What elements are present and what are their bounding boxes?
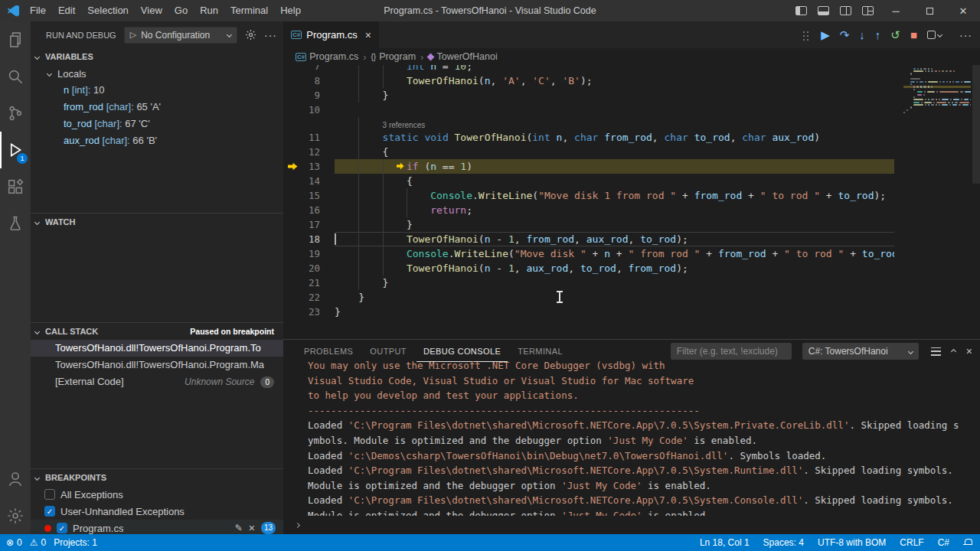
breakpoint-row[interactable]: ✓Program.cs✎×13	[31, 520, 283, 534]
remove-breakpoint-icon[interactable]: ×	[249, 523, 255, 533]
glyph-margin[interactable]	[283, 117, 300, 130]
glyph-margin[interactable]	[283, 103, 300, 117]
watch-pane-header[interactable]: WATCH	[31, 214, 283, 230]
toggle-panel-icon[interactable]	[818, 6, 829, 15]
close-icon[interactable]: ×	[365, 29, 371, 41]
glyph-margin[interactable]	[283, 159, 300, 174]
code-line[interactable]: 7int n = 10;	[283, 65, 980, 73]
glyph-margin[interactable]	[283, 217, 300, 232]
source-control-icon[interactable]	[0, 95, 31, 132]
debug-console-input[interactable]	[283, 516, 980, 534]
problems-warnings[interactable]: ⚠0	[30, 537, 46, 548]
code-line[interactable]: 23}	[283, 305, 980, 319]
menu-run[interactable]: Run	[194, 0, 224, 21]
step-into-icon[interactable]: ↓	[859, 28, 865, 41]
code-line[interactable]: 12{	[283, 145, 980, 159]
glyph-margin[interactable]	[283, 261, 300, 276]
checkbox[interactable]: ✓	[57, 523, 67, 533]
checkbox[interactable]	[44, 489, 55, 500]
glyph-margin[interactable]	[283, 88, 300, 103]
toggle-secondary-sidebar-icon[interactable]	[840, 6, 851, 15]
settings-icon[interactable]	[0, 497, 31, 534]
step-over-icon[interactable]: ↷	[840, 28, 850, 42]
edit-breakpoint-icon[interactable]: ✎	[235, 523, 243, 533]
customize-layout-icon[interactable]	[862, 6, 874, 15]
menu-help[interactable]: Help	[274, 0, 307, 21]
code-line[interactable]: 14{	[283, 174, 980, 188]
editor-run-menu-icon[interactable]	[927, 31, 942, 39]
notifications-bell[interactable]	[963, 537, 972, 548]
debug-config-dropdown[interactable]: ▷ No Configuration	[124, 27, 237, 44]
indentation[interactable]: Spaces: 4	[763, 537, 804, 548]
variable-row[interactable]: from_rod [char]: 65 'A'	[31, 99, 283, 116]
variable-row[interactable]: to_rod [char]: 67 'C'	[31, 116, 283, 132]
code-line[interactable]: 22}	[283, 290, 980, 305]
variables-pane-header[interactable]: VARIABLES	[31, 48, 283, 65]
glyph-margin[interactable]	[283, 276, 300, 290]
code-line[interactable]: 3 references	[283, 117, 980, 130]
console-options-icon[interactable]	[931, 347, 941, 356]
more-actions-icon[interactable]: ···	[264, 29, 277, 41]
minimize-button[interactable]: ─	[879, 0, 913, 21]
breakpoint-row[interactable]: All Exceptions	[31, 486, 283, 503]
search-icon[interactable]	[0, 58, 31, 95]
glyph-margin[interactable]	[283, 73, 300, 88]
code-line[interactable]: 8TowerOfHanoi(n, 'A', 'C', 'B');	[283, 73, 980, 88]
breakpoints-pane-header[interactable]: BREAKPOINTS	[31, 469, 283, 486]
start-debugging-icon[interactable]: ▷	[130, 30, 136, 40]
code-line[interactable]: 13if (n == 1)	[283, 159, 980, 174]
code-line[interactable]: 16return;	[283, 203, 980, 217]
glyph-margin[interactable]	[283, 65, 300, 73]
code-line[interactable]: 19Console.WriteLine("Move disk " + n + "…	[283, 246, 980, 261]
breadcrumb-item-towerofhanoi[interactable]: TowerOfHanoi	[428, 51, 497, 62]
code-line[interactable]: 21}	[283, 276, 980, 290]
run-debug-icon[interactable]: 1	[0, 132, 31, 168]
testing-icon[interactable]	[0, 205, 31, 242]
code-line[interactable]: 10	[283, 103, 980, 117]
code-line[interactable]: 18TowerOfHanoi(n - 1, from_rod, aux_rod,…	[283, 232, 980, 246]
glyph-margin[interactable]	[283, 174, 300, 188]
code-editor[interactable]: 7int n = 10;8TowerOfHanoi(n, 'A', 'C', '…	[283, 65, 980, 339]
more-actions-icon[interactable]: ···	[959, 29, 972, 41]
call-stack-frame[interactable]: TowersOfHanoi.dll!TowersOfHanoi.Program.…	[31, 340, 283, 357]
breadcrumb-item-program-cs[interactable]: C#Program.cs	[296, 51, 358, 62]
gear-icon[interactable]	[245, 29, 256, 41]
glyph-margin[interactable]	[283, 203, 300, 217]
glyph-margin[interactable]	[283, 246, 300, 261]
call-stack-pane-header[interactable]: CALL STACK Paused on breakpoint	[31, 323, 283, 340]
editor-scrollbar[interactable]	[972, 65, 980, 184]
menu-file[interactable]: File	[24, 0, 52, 21]
maximize-panel-icon[interactable]	[951, 348, 956, 354]
checkbox[interactable]: ✓	[44, 506, 55, 517]
maximize-button[interactable]	[913, 0, 946, 21]
close-button[interactable]: ✕	[946, 0, 980, 21]
minimap[interactable]	[903, 67, 971, 114]
problems-errors[interactable]: ⊗0	[6, 537, 22, 548]
glyph-margin[interactable]	[283, 290, 300, 305]
projects-indicator[interactable]: Projects: 1	[54, 537, 97, 548]
variable-row[interactable]: aux_rod [char]: 66 'B'	[31, 132, 283, 149]
glyph-margin[interactable]	[283, 145, 300, 159]
menu-selection[interactable]: Selection	[81, 0, 134, 21]
code-line[interactable]: 20TowerOfHanoi(n - 1, aux_rod, to_rod, f…	[283, 261, 980, 276]
tab-program-cs[interactable]: C# Program.cs ×	[283, 21, 379, 48]
menu-go[interactable]: Go	[168, 0, 194, 21]
menu-edit[interactable]: Edit	[52, 0, 81, 21]
glyph-margin[interactable]	[283, 305, 300, 319]
console-filter-input[interactable]	[671, 343, 792, 360]
toggle-sidebar-icon[interactable]	[795, 6, 807, 15]
code-line[interactable]: 17}	[283, 217, 980, 232]
breakpoint-row[interactable]: ✓User-Unhandled Exceptions	[31, 503, 283, 520]
account-icon[interactable]	[0, 461, 31, 497]
explorer-icon[interactable]	[0, 21, 31, 58]
encoding[interactable]: UTF-8 with BOM	[818, 537, 886, 548]
language-mode[interactable]: C#	[938, 537, 949, 548]
close-panel-icon[interactable]: ×	[966, 346, 972, 357]
glyph-margin[interactable]	[283, 232, 300, 246]
extensions-icon[interactable]	[0, 168, 31, 205]
cursor-position[interactable]: Ln 18, Col 1	[700, 537, 750, 548]
code-line[interactable]: 9}	[283, 88, 980, 103]
restart-icon[interactable]: ↺	[890, 28, 900, 42]
stop-icon[interactable]: ■	[910, 28, 917, 41]
drag-handle-icon[interactable]	[803, 31, 805, 33]
